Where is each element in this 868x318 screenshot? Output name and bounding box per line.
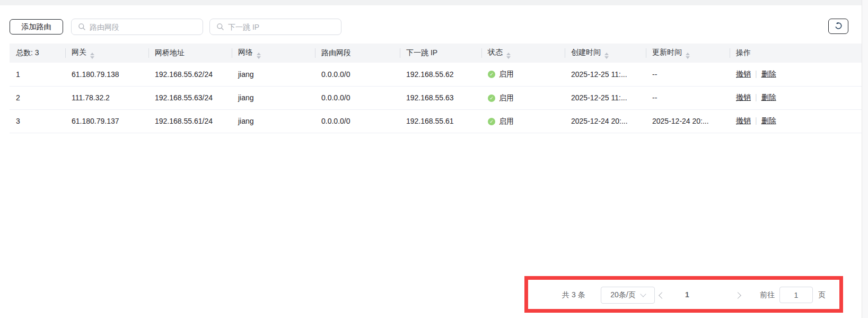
- cell-actions: 撤销|删除: [730, 63, 862, 86]
- cell-next-hop-ip: 192.168.55.62: [400, 63, 481, 86]
- column-header-route-segment: 路由网段: [315, 44, 400, 63]
- cell-network: jiang: [232, 86, 315, 109]
- refresh-button[interactable]: [828, 19, 848, 34]
- cell-next-hop-ip: 192.168.55.61: [400, 109, 481, 133]
- revoke-link[interactable]: 撤销: [736, 70, 751, 78]
- cell-status: ✓启用: [481, 63, 565, 86]
- cell-status: ✓启用: [481, 86, 565, 109]
- column-header-gateway[interactable]: 网关: [65, 44, 148, 63]
- cell-status: ✓启用: [481, 109, 565, 133]
- search-icon: [78, 23, 86, 31]
- sort-icon[interactable]: [257, 53, 261, 59]
- status-badge: 启用: [499, 70, 514, 79]
- cell-gateway: 61.180.79.138: [65, 63, 148, 86]
- status-badge: 启用: [499, 93, 514, 103]
- cell-gateway: 61.180.79.137: [65, 109, 148, 133]
- status-badge: 启用: [499, 117, 514, 126]
- page-size-select[interactable]: 20条/页: [601, 287, 655, 304]
- column-header-total: 总数: 3: [10, 44, 65, 63]
- delete-link[interactable]: 删除: [761, 93, 776, 101]
- next-hop-search[interactable]: [209, 19, 341, 35]
- sort-icon[interactable]: [506, 53, 511, 59]
- cell-index: 2: [10, 86, 65, 109]
- column-header-created-time[interactable]: 创建时间: [565, 44, 646, 63]
- top-bar: [0, 0, 862, 5]
- column-header-next-hop-ip: 下一跳 IP: [400, 44, 481, 63]
- delete-link[interactable]: 删除: [761, 116, 776, 125]
- page-unit-label: 页: [818, 290, 826, 300]
- column-header-network[interactable]: 网络: [232, 44, 315, 63]
- column-header-status[interactable]: 状态: [481, 44, 565, 63]
- action-divider: |: [755, 116, 757, 125]
- route-segment-search[interactable]: [71, 19, 203, 35]
- cell-updated-time: 2025-12-24 20:...: [646, 109, 730, 133]
- route-table: 总数: 3 网关 网桥地址 网络 路由网段 下一跳 IP 状态 创建时间 更新时…: [10, 44, 862, 133]
- cell-next-hop-ip: 192.168.55.63: [400, 86, 481, 109]
- cell-updated-time: --: [646, 63, 730, 86]
- cell-updated-time: --: [646, 86, 730, 109]
- chevron-down-icon: [640, 291, 646, 297]
- search-icon: [216, 23, 224, 31]
- cell-created-time: 2025-12-24 20:...: [565, 109, 646, 133]
- sort-icon[interactable]: [686, 53, 690, 59]
- sort-icon[interactable]: [604, 53, 609, 59]
- table-row: 3 61.180.79.137 192.168.55.61/24 jiang 0…: [10, 109, 862, 133]
- sort-icon[interactable]: [90, 53, 94, 59]
- table-row: 1 61.180.79.138 192.168.55.62/24 jiang 0…: [10, 63, 862, 86]
- cell-bridge-address: 192.168.55.63/24: [148, 86, 232, 109]
- cell-route-segment: 0.0.0.0/0: [315, 86, 400, 109]
- cell-bridge-address: 192.168.55.61/24: [148, 109, 232, 133]
- cell-index: 1: [10, 63, 65, 86]
- cell-created-time: 2025-12-25 11:...: [565, 86, 646, 109]
- scrollbar-track: [862, 0, 868, 318]
- status-enabled-icon: ✓: [488, 118, 495, 125]
- table-header-row: 总数: 3 网关 网桥地址 网络 路由网段 下一跳 IP 状态 创建时间 更新时…: [10, 44, 862, 63]
- cell-bridge-address: 192.168.55.62/24: [148, 63, 232, 86]
- cell-created-time: 2025-12-25 11:...: [565, 63, 646, 86]
- cell-network: jiang: [232, 63, 315, 86]
- status-enabled-icon: ✓: [488, 94, 495, 102]
- action-divider: |: [755, 93, 757, 101]
- delete-link[interactable]: 删除: [761, 70, 776, 78]
- page-size-value: 20条/页: [610, 290, 635, 300]
- refresh-icon: [834, 22, 843, 31]
- goto-page-label: 前往: [760, 290, 775, 300]
- cell-index: 3: [10, 109, 65, 133]
- column-header-actions: 操作: [730, 44, 862, 63]
- current-page-number[interactable]: 1: [681, 290, 694, 299]
- revoke-link[interactable]: 撤销: [736, 116, 751, 125]
- goto-page-input[interactable]: [779, 287, 813, 303]
- cell-actions: 撤销|删除: [730, 86, 862, 109]
- cell-route-segment: 0.0.0.0/0: [315, 109, 400, 133]
- table-row: 2 111.78.32.2 192.168.55.63/24 jiang 0.0…: [10, 86, 862, 109]
- next-page-button[interactable]: [734, 292, 741, 299]
- status-enabled-icon: ✓: [488, 71, 495, 78]
- route-segment-search-input[interactable]: [90, 23, 203, 31]
- revoke-link[interactable]: 撤销: [736, 93, 751, 101]
- cell-gateway: 111.78.32.2: [65, 86, 148, 109]
- next-hop-search-input[interactable]: [228, 23, 341, 31]
- route-management-page: 添加路由 总数: 3 网关 网桥地址: [0, 0, 868, 318]
- previous-page-button[interactable]: [659, 292, 665, 299]
- add-route-button[interactable]: 添加路由: [10, 19, 63, 35]
- cell-network: jiang: [232, 109, 315, 133]
- column-header-bridge-address: 网桥地址: [148, 44, 232, 63]
- cell-route-segment: 0.0.0.0/0: [315, 63, 400, 86]
- column-header-updated-time[interactable]: 更新时间: [646, 44, 730, 63]
- action-divider: |: [755, 70, 757, 78]
- cell-actions: 撤销|删除: [730, 109, 862, 133]
- pagination-total: 共 3 条: [562, 290, 585, 300]
